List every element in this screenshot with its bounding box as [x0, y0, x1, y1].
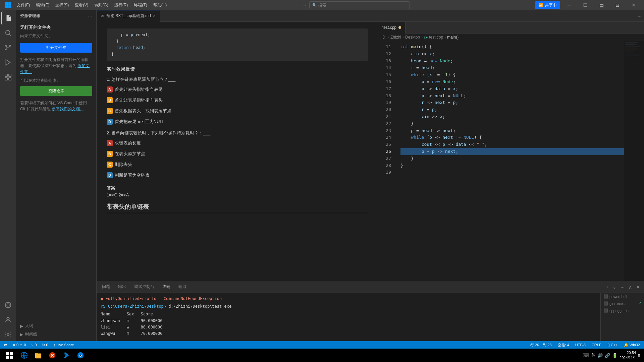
option2-a[interactable]: A 求链表的长度 [107, 139, 368, 147]
terminal-tab-terminal[interactable]: 终端 [160, 283, 173, 291]
taskbar-app5-icon[interactable] [74, 349, 87, 362]
terminal-controls: + ⌄ ··· ∧ ✕ [604, 284, 641, 290]
breadcrumb-d[interactable]: D: [382, 35, 386, 40]
option1-d[interactable]: D 首先把表尾next置为NULL [107, 117, 368, 126]
option1-c[interactable]: C 首先根据表头，找到表尾节点 [107, 107, 368, 115]
nav-back[interactable]: ← [294, 1, 299, 9]
taskbar-file-explorer-icon[interactable] [32, 349, 45, 362]
git-docs-link[interactable]: 参阅我们的文档。 [52, 107, 84, 111]
terminal-tab-problem[interactable]: 问题 [99, 283, 113, 291]
breadcrumb-file[interactable]: test.cpp [429, 35, 443, 40]
test-cpp-tab[interactable]: test.cpp [378, 22, 406, 34]
terminal-add-button[interactable]: + [604, 284, 610, 290]
sidebar-more-icon[interactable]: ··· [88, 14, 92, 18]
terminal-prompt-line: PS C:\Users\Zhizhi\Desktop> d:\Zhizhi\De… [101, 303, 596, 310]
menu-goto[interactable]: 转到(G) [92, 1, 111, 9]
breadcrumb-main[interactable]: main() [447, 35, 459, 40]
taskbar-clock[interactable]: 20:54 2024/11/1 [620, 350, 636, 361]
run-debug-icon[interactable] [1, 56, 15, 69]
spaces-status[interactable]: 空格: 4 [556, 343, 571, 348]
taskbar-apps [17, 349, 87, 362]
explorer-icon[interactable] [1, 11, 15, 25]
settings-icon[interactable] [1, 328, 15, 341]
menu-select[interactable]: 选择(S) [53, 1, 71, 9]
errors-status[interactable]: ✕ 0 ⚠ 0 [11, 343, 27, 347]
code-block: p = p->next; } return head; } [107, 28, 368, 61]
line-ending-status[interactable]: CRLF [590, 343, 603, 347]
terminal-maximize-button[interactable]: ∧ [627, 284, 633, 290]
encoding-status[interactable]: UTF-8 [574, 343, 587, 347]
taskbar-volume-icon[interactable]: 🔊 [597, 353, 603, 358]
terminal-prompt: PS C:\Users\Zhizhi\Desktop> [101, 304, 166, 309]
menu-file[interactable]: 文件(F) [14, 1, 33, 9]
taskbar-network-icon[interactable]: 🔗 [605, 353, 610, 358]
taskbar-keyboard-icon[interactable]: ⌨ [583, 353, 589, 358]
preview-tab-close[interactable]: ✕ [153, 14, 156, 18]
taskbar-browser-icon[interactable] [17, 349, 31, 362]
taskbar-start-button[interactable] [3, 349, 16, 362]
option2-b-text: 在表头添加节点 [115, 151, 145, 157]
warning-icon: ⚠ [19, 343, 23, 347]
terminal-content[interactable]: ● FullyQualifiedErrorId : CommandNotFoun… [97, 293, 600, 341]
row1-name: zhangsan [101, 318, 127, 324]
terminal-panel-item-2[interactable]: ⬛ g++.exe... ✓ [601, 300, 644, 307]
taskbar-vscode-icon[interactable] [60, 349, 73, 362]
timeline-section[interactable]: ▶ 时间线 [19, 330, 94, 339]
option2-d[interactable]: D 判断是否为空链表 [107, 171, 368, 180]
app-icon[interactable] [3, 0, 13, 10]
preview-tab[interactable]: 👁 预览 SXT_cpp基础篇.md ✕ [97, 10, 160, 22]
layout-button[interactable]: ▤ [594, 0, 609, 10]
remote-status[interactable]: ⇄ [3, 343, 8, 347]
terminal-close-button[interactable]: ✕ [635, 284, 641, 290]
option1-b[interactable]: B 首先让表尾指针指向表头 [107, 96, 368, 105]
share-button[interactable]: 📶 共享中 [535, 1, 560, 9]
option2-c[interactable]: C 删除表头 [107, 160, 368, 169]
search-icon[interactable] [1, 26, 15, 40]
row2-sex: w [127, 324, 141, 330]
terminal-tab-debug[interactable]: 调试控制台 [131, 283, 157, 291]
terminal-panel-item-1[interactable]: ⬛ powershell [601, 293, 644, 300]
tab-more-button[interactable]: ··· [635, 13, 644, 18]
menu-terminal[interactable]: 终端(T) [131, 1, 150, 9]
search-box[interactable]: 🔍 搜索 [309, 1, 410, 9]
source-control-icon[interactable] [1, 41, 15, 54]
account-icon[interactable] [1, 313, 15, 326]
option2-b[interactable]: B 在表头添加节点 [107, 149, 368, 158]
terminal-split-button[interactable]: ⌄ [611, 284, 618, 290]
clone-repo-button[interactable]: 克隆仓库 [20, 86, 92, 96]
taskbar-battery-icon[interactable]: 🔋 [612, 353, 618, 358]
breadcrumb-desktop[interactable]: Desktop [405, 35, 420, 40]
maximize-button[interactable]: ❐ [578, 0, 593, 10]
open-folder-button[interactable]: 打开文件夹 [20, 43, 92, 53]
terminal-tab-ports[interactable]: 端口 [176, 283, 189, 291]
option1-a-badge: A [107, 86, 113, 93]
menu-view[interactable]: 查看(V) [72, 1, 91, 9]
split-button[interactable]: ⊟ [610, 0, 625, 10]
sync-status[interactable]: ↻ 0 [41, 343, 49, 347]
local-clone-hint: 可以在本地克隆仓库。 [20, 77, 92, 83]
terminal-panel-item-3[interactable]: ⬛ cppdgg: tes... [601, 307, 644, 314]
branch-status[interactable]: ⑂ 0 [30, 343, 38, 347]
feedback-status[interactable]: 🔔 Win32 [623, 343, 641, 347]
language-status[interactable]: {} C++ [606, 343, 619, 347]
position-status[interactable]: 行 26，列 23 [529, 343, 553, 348]
close-button[interactable]: ✕ [626, 0, 641, 10]
menu-edit[interactable]: 编辑(E) [33, 1, 52, 9]
language-icon: {} [607, 343, 610, 347]
live-share-status[interactable]: ↑ Live Share [52, 343, 75, 347]
minimize-button[interactable]: ─ [561, 0, 577, 10]
code-lines[interactable]: int main() { cin >> x; head = new Node; … [395, 41, 624, 281]
taskbar-show-desktop-icon[interactable]: ▯ [638, 353, 640, 358]
breadcrumb-zhizhi[interactable]: Zhizhi [390, 35, 401, 40]
outline-section[interactable]: ▶ 大纲 [19, 322, 94, 330]
menu-run[interactable]: 运行(R) [112, 1, 131, 9]
taskbar-app3-icon[interactable] [46, 349, 59, 362]
terminal-more-button[interactable]: ··· [619, 284, 626, 290]
menu-help[interactable]: 帮助(H) [151, 1, 170, 9]
terminal-tab-output[interactable]: 输出 [115, 283, 129, 291]
nav-fwd[interactable]: → [302, 1, 307, 9]
option1-a[interactable]: A 首先让表头指针指向表尾 [107, 85, 368, 94]
extensions-icon[interactable] [1, 70, 15, 84]
taskbar-lang-icon[interactable]: 英 [591, 353, 595, 358]
remote-icon[interactable] [1, 298, 15, 312]
